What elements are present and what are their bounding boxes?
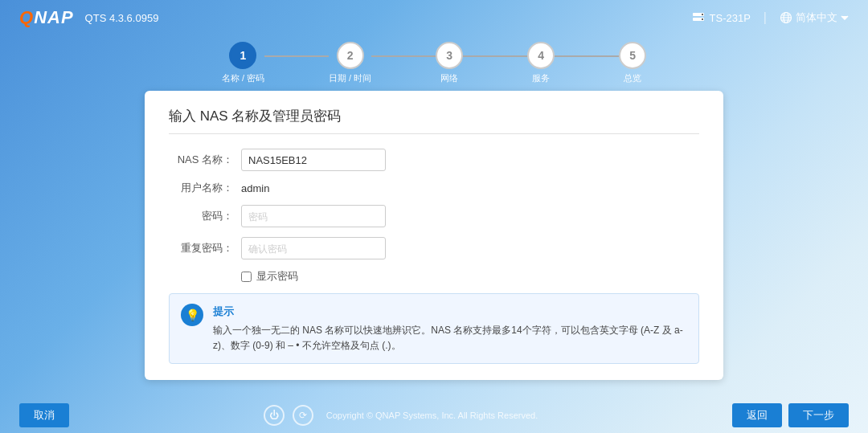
svg-point-2 <box>702 14 703 15</box>
device-info: TS-231P <box>692 11 751 24</box>
tip-content: 提示 输入一个独一无二的 NAS 名称可以快速地辨识它。NAS 名称支持最多14… <box>213 304 687 353</box>
show-password-row: 显示密码 <box>241 269 699 284</box>
qts-version: QTS 4.3.6.0959 <box>85 12 159 24</box>
next-button[interactable]: 下一步 <box>788 403 849 427</box>
chevron-down-icon <box>841 15 849 20</box>
settings-icon[interactable]: ⟳ <box>293 405 313 426</box>
tip-box: 💡 提示 输入一个独一无二的 NAS 名称可以快速地辨识它。NAS 名称支持最多… <box>169 293 699 364</box>
svg-point-3 <box>702 18 703 20</box>
form-title: 输入 NAS 名称及管理员密码 <box>169 107 699 134</box>
step-2-label: 日期 / 时间 <box>329 72 371 84</box>
footer-right: 返回 下一步 <box>732 403 849 427</box>
footer-icons: ⏻ ⟳ <box>264 405 313 426</box>
username-value: admin <box>241 182 269 194</box>
step-2-circle: 2 <box>337 42 364 69</box>
confirm-password-label: 重复密码： <box>169 241 233 255</box>
step-1: 1 名称 / 密码 <box>222 42 264 84</box>
header: QNAP QTS 4.3.6.0959 TS-231P | 简体中文 <box>0 0 868 35</box>
back-button[interactable]: 返回 <box>732 403 782 427</box>
show-password-checkbox[interactable] <box>241 272 252 282</box>
password-input[interactable] <box>241 205 386 227</box>
step-4-label: 服务 <box>532 72 550 84</box>
tip-text: 输入一个独一无二的 NAS 名称可以快速地辨识它。NAS 名称支持最多14个字符… <box>213 325 683 351</box>
footer-left: 取消 <box>19 403 69 427</box>
password-row: 密码： <box>169 205 699 227</box>
step-3: 3 网络 <box>436 42 463 84</box>
server-icon <box>692 11 705 24</box>
logo-rest: NAP <box>34 7 73 27</box>
step-1-label: 名称 / 密码 <box>222 72 264 84</box>
confirm-password-input[interactable] <box>241 237 386 259</box>
step-4: 4 服务 <box>527 42 555 84</box>
password-label: 密码： <box>169 209 233 223</box>
step-3-circle: 3 <box>436 42 463 69</box>
step-1-circle: 1 <box>229 42 256 69</box>
step-3-label: 网络 <box>440 72 458 84</box>
language-label: 简体中文 <box>796 10 837 25</box>
copyright: Copyright © QNAP Systems, Inc. All Right… <box>326 411 538 420</box>
username-row: 用户名称： admin <box>169 181 699 195</box>
confirm-password-row: 重复密码： <box>169 237 699 259</box>
language-selector[interactable]: 简体中文 <box>780 10 849 25</box>
power-icon[interactable]: ⏻ <box>264 405 285 426</box>
header-left: QNAP QTS 4.3.6.0959 <box>19 7 158 28</box>
show-password-label[interactable]: 显示密码 <box>256 269 298 284</box>
steps-container: 1 名称 / 密码 2 日期 / 时间 3 网络 4 服务 5 总览 <box>0 35 868 88</box>
cancel-button[interactable]: 取消 <box>19 403 69 427</box>
nas-name-row: NAS 名称： <box>169 149 699 171</box>
step-line-2 <box>371 55 436 57</box>
tip-title: 提示 <box>213 304 687 321</box>
main-content: 输入 NAS 名称及管理员密码 NAS 名称： 用户名称： admin 密码： … <box>145 91 723 380</box>
nas-name-input[interactable] <box>241 149 386 171</box>
step-4-circle: 4 <box>527 42 555 69</box>
header-right: TS-231P | 简体中文 <box>692 10 849 25</box>
username-label: 用户名称： <box>169 181 233 195</box>
step-5-circle: 5 <box>619 42 646 69</box>
globe-icon <box>780 11 792 24</box>
nas-name-label: NAS 名称： <box>169 153 233 167</box>
steps-wrapper: 1 名称 / 密码 2 日期 / 时间 3 网络 4 服务 5 总览 <box>222 42 646 84</box>
qnap-logo: QNAP <box>19 7 74 28</box>
footer: 取消 ⏻ ⟳ Copyright © QNAP Systems, Inc. Al… <box>0 398 868 433</box>
step-line-4 <box>555 55 619 57</box>
logo-q: Q <box>19 7 34 27</box>
step-2: 2 日期 / 时间 <box>329 42 371 84</box>
header-divider: | <box>764 10 767 25</box>
step-5-label: 总览 <box>624 72 641 84</box>
step-line-1 <box>264 55 329 57</box>
logo-text: QNAP <box>19 7 74 28</box>
device-name: TS-231P <box>710 12 751 24</box>
tip-icon: 💡 <box>181 304 203 326</box>
step-line-3 <box>463 55 527 57</box>
step-5: 5 总览 <box>619 42 646 84</box>
